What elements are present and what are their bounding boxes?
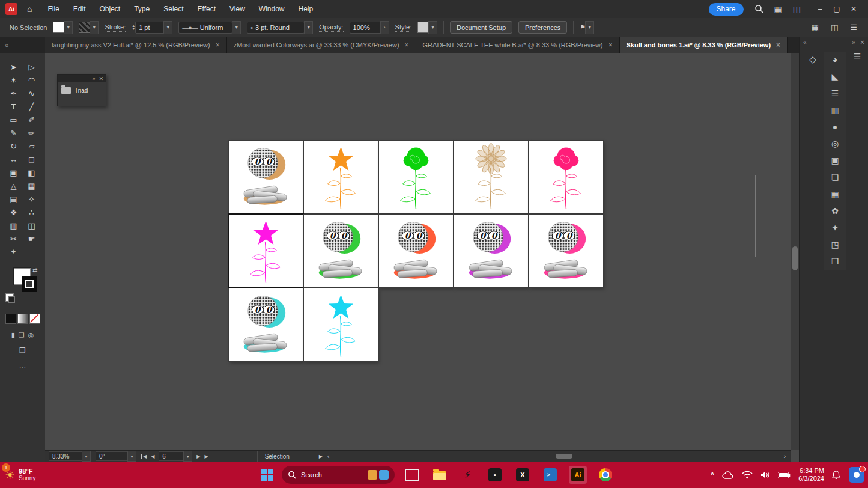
target-dot-icon[interactable]: ◎ (831, 139, 839, 148)
lightning-app-icon[interactable]: ⚡ (458, 466, 476, 484)
artboard-skull-tan[interactable]: 0 0 (229, 141, 303, 213)
menu-file[interactable]: File (47, 5, 59, 13)
mesh-tool[interactable]: ▦ (23, 179, 41, 192)
properties-lines-icon[interactable]: ☰ (831, 89, 839, 98)
draw-normal-icon[interactable]: ▮ (11, 331, 15, 339)
artboard-skull-pink[interactable]: 0 0 (529, 215, 603, 287)
zoom-chevron-icon[interactable]: ▾ (82, 451, 91, 462)
first-artboard-icon[interactable]: ◀ (141, 454, 147, 459)
notification-bell-icon[interactable] (832, 471, 840, 480)
artboard-flower-green[interactable] (379, 141, 453, 213)
stroke-weight-chevron-icon[interactable]: ▾ (163, 21, 172, 34)
prev-artboard-icon[interactable]: ◀ (151, 454, 154, 459)
horizontal-scrollbar-thumb[interactable] (556, 454, 572, 459)
screen-mode-icon[interactable]: ❒ (19, 346, 26, 355)
preferences-button[interactable]: Preferences (518, 21, 567, 34)
screen-frame-icon[interactable]: ▣ (831, 156, 839, 165)
panel-box-icon[interactable]: ▥ (831, 106, 839, 115)
style-label[interactable]: Style: (395, 23, 412, 32)
artboard-flower-cyan[interactable] (304, 288, 378, 361)
canvas[interactable]: » ✕ Triad 0 0 (45, 53, 791, 450)
windows-start-button[interactable] (261, 469, 273, 481)
color-button[interactable] (5, 314, 16, 324)
brush-chevron-icon[interactable]: ▾ (304, 21, 313, 34)
default-fill-stroke-icon[interactable] (5, 293, 14, 302)
brush-select[interactable]: • 3 pt. Round (247, 22, 305, 34)
rectangle-tool[interactable]: ▭ (5, 113, 23, 126)
artboard-flower-orange[interactable] (304, 141, 378, 213)
stroke-weight-value[interactable]: 1 pt (135, 22, 164, 34)
artboard-skull-magenta[interactable]: 0 0 (454, 215, 528, 287)
maximize-button[interactable]: ▢ (828, 5, 845, 13)
draw-behind-icon[interactable]: ❏ (19, 331, 25, 339)
width-tool[interactable]: ↔ (5, 153, 23, 166)
curvature-tool[interactable]: ∿ (23, 87, 41, 100)
close-button[interactable]: ✕ (845, 5, 862, 13)
minimize-button[interactable]: – (812, 5, 828, 13)
battery-icon[interactable] (778, 472, 791, 478)
panel-toggle-icon[interactable]: ◫ (831, 23, 838, 32)
direct-selection-tool[interactable]: ▷ (23, 60, 41, 73)
stroke-swatch[interactable] (79, 22, 90, 33)
list-view-icon[interactable]: ☰ (850, 23, 857, 32)
workspace-chevron-icon[interactable]: ▾ (585, 21, 594, 34)
rotate-tool[interactable]: ↻ (5, 139, 23, 153)
paintbrush-tool[interactable]: ✐ (23, 113, 41, 126)
plant-icon[interactable]: ✿ (831, 207, 839, 216)
tab-close-icon[interactable]: × (405, 41, 409, 49)
export-frame-icon[interactable]: ◳ (831, 240, 839, 249)
vertical-scrollbar-thumb[interactable] (792, 246, 798, 270)
menu-object[interactable]: Object (100, 5, 121, 13)
artboard-skull-green[interactable]: 0 0 (304, 215, 378, 287)
stroke-swatch-chevron-icon[interactable]: ▾ (90, 21, 99, 34)
search-bar[interactable]: Search (282, 466, 395, 484)
document-setup-button[interactable]: Document Setup (450, 21, 512, 34)
x-app-icon[interactable]: X (514, 466, 532, 484)
artboard-flower-magenta[interactable] (229, 215, 303, 287)
selection-tool[interactable]: ➤ (5, 60, 23, 73)
stroke-color-well[interactable] (22, 276, 37, 292)
hand-tool[interactable]: ☛ (23, 232, 41, 245)
gradient-tool[interactable]: ▤ (5, 192, 23, 206)
dock-expand-icon[interactable]: « (803, 39, 807, 46)
perspective-grid-tool[interactable]: △ (5, 179, 23, 192)
home-icon[interactable]: ⌂ (27, 4, 32, 14)
kit-icon[interactable]: ✦ (831, 224, 839, 233)
3d-materials-icon[interactable]: ◇ (809, 54, 816, 64)
dock-close-icon[interactable]: ✕ (860, 39, 865, 46)
magic-wand-tool[interactable]: ✶ (5, 73, 23, 87)
menu-type[interactable]: Type (134, 5, 150, 13)
illustrator-icon[interactable]: Ai (569, 466, 587, 484)
artboard-flower-pink[interactable] (529, 141, 603, 213)
layers-icon[interactable]: ❏ (831, 173, 839, 182)
more-tools-icon[interactable]: … (19, 362, 26, 370)
search-icon[interactable] (754, 4, 763, 14)
triad-panel[interactable]: » ✕ Triad (57, 74, 106, 106)
opacity-chevron-icon[interactable]: › (380, 21, 389, 34)
vertical-scrollbar[interactable] (791, 53, 800, 450)
tab-close-icon[interactable]: × (216, 41, 220, 49)
opacity-label[interactable]: Opacity: (319, 23, 343, 32)
rotation-chevron-icon[interactable]: ▾ (127, 451, 136, 462)
tab-close-icon[interactable]: × (776, 41, 780, 49)
free-transform-tool[interactable]: ◻ (23, 153, 41, 166)
line-segment-tool[interactable]: ╱ (23, 100, 41, 113)
artboard-flower-tan[interactable] (454, 141, 528, 213)
artboard-skull-orange[interactable]: 0 0 (379, 215, 453, 287)
collection-icon[interactable]: ❐ (831, 257, 839, 266)
artboard-chevron-icon[interactable]: ▾ (183, 451, 192, 462)
zoom-tool[interactable]: ⌖ (5, 245, 23, 258)
document-tab[interactable]: Skull and bones 1.ai* @ 8.33 % (RGB/Prev… (620, 37, 788, 53)
document-tab[interactable]: zMost wanted Colorways.ai @ 33.33 % (CMY… (227, 37, 416, 53)
fill-swatch-chevron-icon[interactable]: ▾ (64, 21, 73, 34)
shaper-tool[interactable]: ✏ (23, 126, 41, 139)
dots-grid-icon[interactable]: ▦ (812, 23, 819, 32)
next-artboard-icon[interactable]: ▶ (196, 454, 200, 459)
artboard-number-select[interactable]: 6 (159, 451, 184, 461)
status-play-icon[interactable]: ▶ (319, 454, 323, 459)
hscroll-left-icon[interactable]: ‹ (327, 453, 329, 460)
artboard-tool[interactable]: ◫ (23, 219, 41, 232)
stroke-profile-chevron-icon[interactable]: ▾ (232, 21, 241, 34)
file-explorer-icon[interactable] (431, 466, 449, 484)
swap-fill-stroke-icon[interactable]: ⇄ (32, 267, 37, 273)
